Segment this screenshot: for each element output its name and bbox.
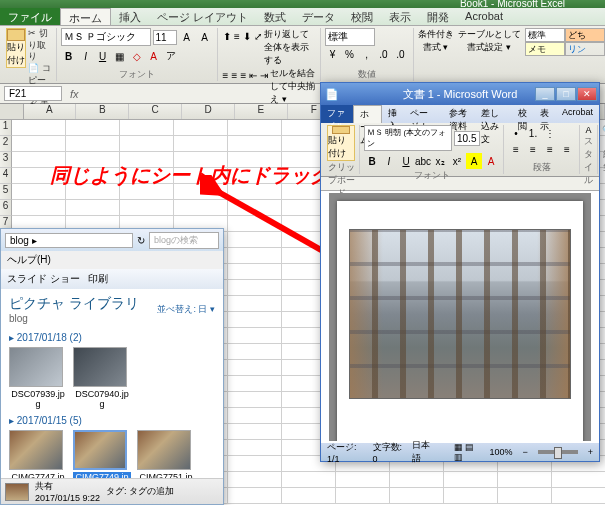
word-bold-button[interactable]: B [364, 153, 380, 169]
cell[interactable] [336, 488, 390, 504]
cell[interactable] [174, 120, 228, 136]
cell[interactable] [498, 472, 552, 488]
comma-button[interactable]: , [359, 46, 375, 62]
cell[interactable] [228, 360, 282, 376]
view-buttons[interactable]: ▦ ▤ ▥ [454, 442, 480, 462]
col-b[interactable]: B [76, 104, 129, 119]
col-a[interactable]: A [24, 104, 77, 119]
align-bottom-button[interactable]: ⬇ [242, 28, 252, 44]
cell[interactable] [66, 120, 120, 136]
indent-dec-button[interactable]: ⇤ [248, 67, 258, 83]
inc-decimal-button[interactable]: .0 [376, 46, 392, 62]
align-left-button[interactable]: ≡ [222, 67, 230, 83]
cell[interactable] [228, 472, 282, 488]
number-format-select[interactable]: 標準 [325, 28, 375, 46]
align-middle-button[interactable]: ≡ [233, 28, 242, 44]
percent-button[interactable]: % [342, 46, 358, 62]
cell[interactable] [282, 488, 336, 504]
cell[interactable] [66, 136, 120, 152]
col-e[interactable]: E [235, 104, 288, 119]
col-c[interactable]: C [129, 104, 182, 119]
border-button[interactable]: ▦ [112, 48, 128, 64]
cell[interactable] [120, 120, 174, 136]
align-top-button[interactable]: ⬆ [222, 28, 232, 44]
cell[interactable] [228, 392, 282, 408]
tab-acrobat[interactable]: Acrobat [457, 8, 511, 25]
sort-dropdown[interactable]: 並べ替え: 日 ▾ [157, 303, 215, 316]
word-tab-home[interactable]: ホーム [353, 105, 382, 123]
phonetic-button[interactable]: ア [163, 48, 179, 64]
tab-dev[interactable]: 開発 [419, 8, 457, 25]
bullets-button[interactable]: • [508, 125, 524, 141]
row-1[interactable]: 1 [0, 120, 12, 136]
file-thumb[interactable]: DSC07940.jpg [73, 347, 131, 409]
cell[interactable] [390, 472, 444, 488]
cell[interactable] [552, 472, 605, 488]
cell[interactable] [390, 488, 444, 504]
word-align-justify[interactable]: ≡ [559, 141, 575, 157]
word-align-right[interactable]: ≡ [542, 141, 558, 157]
cell[interactable] [228, 344, 282, 360]
dec-decimal-button[interactable]: .0 [393, 46, 409, 62]
cell[interactable] [66, 200, 120, 216]
cell[interactable] [228, 120, 282, 136]
currency-button[interactable]: ¥ [325, 46, 341, 62]
tab-view[interactable]: 表示 [381, 8, 419, 25]
tab-formula[interactable]: 数式 [256, 8, 294, 25]
word-tab-file[interactable]: ファイル [321, 105, 353, 123]
cell[interactable] [498, 488, 552, 504]
tab-home[interactable]: ホーム [60, 8, 111, 25]
word-tab-mail[interactable]: 差し込み文 [475, 105, 512, 123]
style-memo[interactable]: メモ [525, 42, 565, 56]
cell[interactable] [228, 264, 282, 280]
row-6[interactable]: 6 [0, 200, 12, 216]
cond-format-button[interactable]: 条件付き 書式 ▾ [418, 28, 454, 54]
cell[interactable] [174, 136, 228, 152]
word-sub-button[interactable]: x₂ [432, 153, 448, 169]
word-size-select[interactable]: 10.5 [454, 131, 480, 146]
row-3[interactable]: 3 [0, 152, 12, 168]
excel-titlebar[interactable]: Book1 - Microsoft Excel [0, 0, 605, 8]
font-size-select[interactable]: 11 [153, 30, 177, 45]
row-4[interactable]: 4 [0, 168, 12, 184]
cell[interactable] [228, 136, 282, 152]
word-align-left[interactable]: ≡ [508, 141, 524, 157]
fx-icon[interactable]: fx [66, 88, 83, 100]
name-box[interactable]: F21 [4, 86, 62, 101]
row-5[interactable]: 5 [0, 184, 12, 200]
tab-review[interactable]: 校閲 [343, 8, 381, 25]
word-page[interactable] [337, 201, 583, 441]
orientation-button[interactable]: ⤢ [253, 28, 263, 44]
underline-button[interactable]: U [95, 48, 111, 64]
align-right-button[interactable]: ≡ [239, 67, 247, 83]
zoom-label[interactable]: 100% [489, 447, 512, 457]
cell[interactable] [336, 472, 390, 488]
style-bad[interactable]: どち [565, 28, 605, 42]
word-tab-layout[interactable]: ページ レイ [404, 105, 443, 123]
italic-button[interactable]: I [78, 48, 94, 64]
inserted-photo[interactable] [349, 229, 571, 399]
cell[interactable] [444, 472, 498, 488]
word-highlight-button[interactable]: A [466, 153, 482, 169]
word-titlebar[interactable]: 📄 文書 1 - Microsoft Word _ □ ✕ [321, 83, 599, 105]
word-strike-button[interactable]: abc [415, 153, 431, 169]
word-paste-button[interactable]: 貼り付け [327, 125, 355, 161]
multilevel-button[interactable]: ⋮ [542, 125, 558, 141]
numbering-button[interactable]: 1. [525, 125, 541, 141]
cell[interactable] [228, 376, 282, 392]
status-tag[interactable]: タグ: タグの追加 [106, 485, 174, 498]
word-count[interactable]: 文字数: 0 [373, 441, 403, 464]
col-d[interactable]: D [182, 104, 235, 119]
word-tab-review[interactable]: 校閲 [512, 105, 534, 123]
cell[interactable] [228, 488, 282, 504]
word-underline-button[interactable]: U [398, 153, 414, 169]
indent-inc-button[interactable]: ⇥ [259, 67, 269, 83]
shrink-font-button[interactable]: A [197, 29, 213, 45]
cell[interactable] [444, 488, 498, 504]
cell[interactable] [228, 280, 282, 296]
help-menu[interactable]: ヘルプ(H) [7, 254, 51, 265]
zoom-out-button[interactable]: − [522, 447, 527, 457]
word-align-center[interactable]: ≡ [525, 141, 541, 157]
word-tab-insert[interactable]: 挿入 [382, 105, 404, 123]
word-color-button[interactable]: A [483, 153, 499, 169]
